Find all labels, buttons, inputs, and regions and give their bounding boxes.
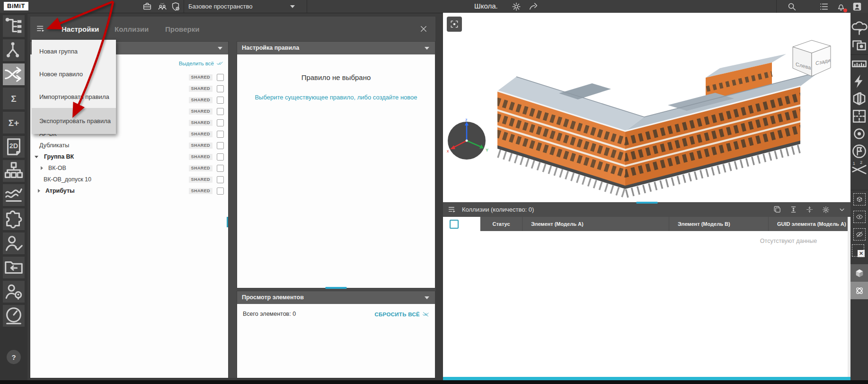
panel-resize-handle[interactable] bbox=[326, 287, 347, 289]
list-menu-icon[interactable] bbox=[819, 1, 829, 12]
navigation-cube[interactable]: Слева Сзади bbox=[784, 36, 837, 79]
row-checkbox[interactable] bbox=[217, 142, 224, 149]
tree-row[interactable]: Группа ВКSHARED bbox=[30, 151, 228, 162]
share-icon[interactable] bbox=[528, 1, 539, 12]
user-avatar[interactable] bbox=[852, 1, 862, 12]
tree-row[interactable]: ВК-ОВ_допуск 10SHARED bbox=[30, 174, 228, 185]
show-elements-button[interactable] bbox=[850, 208, 868, 225]
select-all-checkbox[interactable] bbox=[450, 220, 459, 229]
rule-empty-hint[interactable]: Выберите существующее правило, либо созд… bbox=[237, 94, 435, 101]
caret-right-icon[interactable] bbox=[38, 189, 40, 193]
tree-row[interactable]: ВК-ОВSHARED bbox=[30, 162, 228, 174]
tree-row[interactable]: ДубликатыSHARED bbox=[30, 140, 228, 151]
axis-gizmo[interactable]: z x Y bbox=[445, 116, 493, 162]
caret-right-icon[interactable] bbox=[41, 166, 43, 170]
settings-gear-icon[interactable] bbox=[822, 205, 830, 214]
collapse-center-icon[interactable] bbox=[806, 205, 814, 214]
collapse-caret-icon[interactable] bbox=[425, 47, 429, 50]
column-status[interactable]: Статус bbox=[480, 217, 523, 231]
building-model[interactable] bbox=[469, 44, 829, 214]
scrollbar-thumb[interactable] bbox=[227, 217, 228, 227]
sum-plus-button[interactable]: Σ+ bbox=[3, 112, 25, 134]
help-button[interactable]: ? bbox=[7, 350, 21, 364]
row-checkbox[interactable] bbox=[217, 131, 224, 138]
search-icon[interactable] bbox=[787, 1, 797, 12]
elements-view-title: Просмотр элементов bbox=[242, 294, 304, 301]
row-checkbox[interactable] bbox=[217, 188, 224, 195]
collisions-resize-handle[interactable] bbox=[636, 202, 657, 204]
row-checkbox[interactable] bbox=[217, 108, 224, 115]
hide-elements-button[interactable] bbox=[850, 225, 868, 243]
menu-item-export-rules[interactable]: Экспортировать правила bbox=[32, 108, 116, 134]
orbit-icon bbox=[854, 286, 865, 296]
folder-import-button[interactable] bbox=[3, 257, 25, 278]
workspace-caret-icon[interactable] bbox=[290, 5, 295, 8]
measure-between-button[interactable]: 12 bbox=[850, 160, 868, 178]
reset-all-link[interactable]: СБРОСИТЬ ВСЁ bbox=[374, 311, 429, 318]
tab-collisions[interactable]: Коллизии bbox=[115, 25, 149, 33]
column-element-a[interactable]: Элемент (Модель А) bbox=[523, 217, 669, 231]
viewport-3d[interactable]: Слева Сзади z x Y Коллизии (количество: … bbox=[443, 13, 850, 379]
sum-button[interactable]: Σ bbox=[3, 88, 25, 109]
row-checkbox[interactable] bbox=[217, 85, 224, 92]
panel-menu-button[interactable] bbox=[36, 24, 46, 34]
tab-settings[interactable]: Настройки bbox=[62, 25, 99, 33]
gear-icon[interactable] bbox=[511, 1, 522, 12]
analytics-button[interactable] bbox=[3, 184, 25, 206]
row-checkbox[interactable] bbox=[217, 97, 224, 104]
selection-box-icon bbox=[852, 244, 864, 257]
column-guid-a[interactable]: GUID элемента (Модель А) bbox=[769, 217, 850, 231]
chevron-down-icon[interactable] bbox=[838, 206, 846, 214]
row-checkbox[interactable] bbox=[217, 74, 224, 81]
floor-plan-button[interactable] bbox=[850, 107, 868, 125]
isolate-cube-button[interactable] bbox=[850, 190, 868, 208]
focus-target-button[interactable] bbox=[850, 125, 868, 143]
tree-row[interactable]: АтрибутыSHARED bbox=[30, 185, 228, 196]
collapse-caret-icon[interactable] bbox=[218, 47, 222, 50]
briefcase-icon[interactable] bbox=[142, 1, 152, 12]
capture-frames-button[interactable] bbox=[850, 37, 868, 54]
ruler-button[interactable] bbox=[850, 55, 868, 72]
row-checkbox[interactable] bbox=[217, 165, 224, 172]
section-cube-button[interactable] bbox=[850, 90, 868, 107]
model-tree-button[interactable] bbox=[3, 15, 25, 37]
notifications-bell-icon[interactable] bbox=[836, 1, 846, 12]
duplicate-icon[interactable] bbox=[773, 205, 781, 214]
menu-item-new-rule[interactable]: Новое правило bbox=[32, 63, 116, 85]
user-check-button[interactable] bbox=[3, 232, 25, 254]
menu-item-import-rules[interactable]: Импортировать правила bbox=[32, 85, 116, 108]
dashboard-button[interactable] bbox=[3, 305, 25, 327]
plugins-button[interactable] bbox=[3, 208, 25, 230]
row-checkbox[interactable] bbox=[217, 176, 224, 183]
tree-button[interactable] bbox=[850, 19, 868, 37]
collapse-caret-icon[interactable] bbox=[425, 296, 429, 299]
region-select-button[interactable] bbox=[447, 17, 462, 32]
fit-height-icon[interactable] bbox=[789, 205, 797, 214]
relations-button[interactable] bbox=[3, 39, 25, 61]
column-element-b[interactable]: Элемент (Модель B) bbox=[669, 217, 769, 231]
collisions-scrollbar[interactable] bbox=[848, 217, 850, 379]
collisions-menu-button[interactable] bbox=[448, 205, 457, 214]
close-panel-button[interactable] bbox=[419, 25, 428, 33]
collisions-check-button[interactable] bbox=[3, 63, 25, 85]
menu-item-new-group[interactable]: Новая группа bbox=[32, 40, 116, 63]
select-all-link[interactable]: Выделить всё bbox=[179, 60, 223, 67]
flag-button[interactable] bbox=[850, 143, 868, 160]
svg-text:2: 2 bbox=[860, 160, 862, 165]
clear-selection-button[interactable]: ✕ bbox=[850, 243, 868, 260]
flash-button[interactable] bbox=[850, 72, 868, 90]
workspace-selector[interactable]: Базовое пространство bbox=[188, 3, 253, 10]
users-group-icon[interactable] bbox=[157, 1, 168, 12]
caret-down-icon[interactable] bbox=[35, 156, 38, 158]
orbit-button[interactable] bbox=[850, 282, 868, 299]
shaded-view-button[interactable] bbox=[850, 264, 868, 282]
tab-checks[interactable]: Проверки bbox=[165, 25, 199, 33]
row-checkbox[interactable] bbox=[217, 119, 224, 126]
sheet-2d-button[interactable]: 2D bbox=[3, 136, 25, 158]
user-location-button[interactable] bbox=[3, 281, 25, 303]
tree-item-label: ВК-ОВ_допуск 10 bbox=[44, 176, 91, 183]
row-checkbox[interactable] bbox=[217, 153, 224, 161]
sitemap-button[interactable] bbox=[3, 160, 25, 182]
shield-user-icon[interactable] bbox=[170, 1, 181, 12]
app-logo[interactable]: BiMiT bbox=[4, 2, 28, 10]
